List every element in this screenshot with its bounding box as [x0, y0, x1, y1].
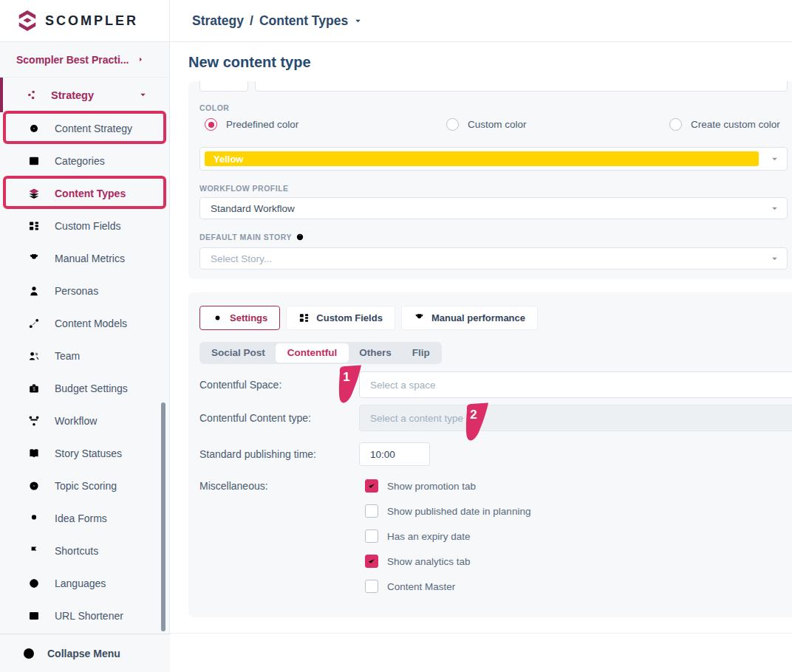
sidebar-scrollbar[interactable] — [161, 402, 165, 631]
sidebar-item-story-statuses[interactable]: Story Statuses — [0, 437, 169, 470]
workflow-profile-select[interactable]: Standard Workflow — [199, 197, 788, 219]
sidebar-item-label: Personas — [55, 285, 98, 297]
radio-predefined-color[interactable]: Predefined color — [205, 118, 298, 131]
contentful-space-input[interactable]: Select a space — [359, 371, 792, 398]
window-icon — [28, 610, 40, 622]
sidebar-item-languages[interactable]: Languages — [0, 567, 169, 600]
settings-tab-buttons: SettingsCustom FieldsManual performance — [199, 306, 538, 330]
breadcrumb-caret-icon[interactable] — [354, 17, 362, 25]
color-radio-group: Predefined colorCustom colorCreate custo… — [188, 118, 792, 134]
nodes-icon — [28, 318, 40, 329]
chevron-down-icon — [139, 91, 147, 99]
sidebar-item-budget-settings[interactable]: Budget Settings — [0, 372, 169, 405]
partial-input-small[interactable] — [199, 81, 248, 92]
sidebar-item-label: Topic Scoring — [55, 480, 117, 492]
checkbox-show-analytics-tab[interactable]: Show analytics tab — [365, 554, 530, 569]
person-icon — [28, 285, 40, 297]
unchecked-checkbox-icon — [365, 580, 378, 593]
collapse-menu-button[interactable]: Collapse Menu — [0, 634, 170, 672]
sidebar-item-label: Content Types — [55, 188, 126, 199]
checkbox-label: Has an expiry date — [387, 531, 471, 542]
workspace-switcher[interactable]: Scompler Best Practi... — [0, 42, 169, 78]
color-select-value: Yellow — [205, 151, 759, 166]
chevron-down-icon — [771, 205, 779, 213]
breadcrumb-parent[interactable]: Strategy — [192, 13, 244, 29]
sidebar-item-label: Story Statuses — [55, 448, 122, 459]
default-main-story-text: DEFAULT MAIN STORY — [199, 233, 292, 241]
sidebar-item-categories[interactable]: Categories — [0, 145, 169, 177]
publish-time-label: Standard publishing time: — [199, 442, 316, 466]
checkbox-label: Show analytics tab — [387, 556, 471, 567]
table-icon — [28, 155, 40, 167]
miscellaneous-checkbox-list: Show promotion tabShow published date in… — [365, 479, 530, 604]
breadcrumb-separator: / — [250, 13, 253, 29]
sidebar-nav: Content StrategyCategoriesContent TypesC… — [0, 112, 169, 632]
tab-button-label: Settings — [230, 312, 267, 323]
sidebar-section-strategy[interactable]: Strategy — [0, 78, 169, 112]
workflow-profile-value: Standard Workflow — [211, 203, 295, 214]
topbar: Strategy / Content Types — [170, 0, 792, 42]
main-story-select[interactable]: Select Story... — [199, 247, 788, 270]
trophy-icon — [414, 312, 425, 323]
titlebar: New content type — [170, 43, 792, 81]
checkbox-label: Content Master — [387, 581, 455, 592]
sidebar-item-label: Manual Metrics — [55, 253, 125, 264]
subtab-contentful[interactable]: Contentful — [276, 343, 349, 363]
sidebar-item-shortcuts[interactable]: Shortcuts — [0, 535, 169, 567]
people-icon — [28, 350, 40, 362]
section-label: Strategy — [51, 89, 94, 101]
sidebar-item-workflow[interactable]: Workflow — [0, 405, 169, 437]
checkbox-content-master[interactable]: Content Master — [365, 579, 530, 594]
contentful-content-type-input[interactable]: Select a content type — [359, 405, 792, 431]
info-icon[interactable] — [296, 233, 304, 241]
radio-custom-color[interactable]: Custom color — [446, 118, 527, 131]
publish-time-input[interactable]: 10:00 — [359, 442, 430, 466]
default-main-story-label: DEFAULT MAIN STORY — [199, 233, 304, 241]
footer-divider — [170, 633, 792, 634]
radio-create-custom-color[interactable]: Create custom color — [669, 118, 780, 131]
sidebar-item-content-strategy[interactable]: Content Strategy — [0, 112, 169, 145]
subtab-others[interactable]: Others — [349, 343, 402, 363]
checkbox-show-published-date-in-planning[interactable]: Show published date in planning — [365, 504, 530, 518]
gauge-icon — [28, 480, 40, 492]
breadcrumb-current[interactable]: Content Types — [259, 13, 348, 29]
brand-name: SCOMPLER — [45, 13, 138, 29]
sidebar-item-team[interactable]: Team — [0, 340, 169, 372]
workspace-label: Scompler Best Practi... — [16, 54, 129, 66]
channel-subtabs: Social PostContentfulOthersFlip — [199, 342, 442, 364]
subtab-flip[interactable]: Flip — [402, 343, 440, 363]
contentful-content-type-placeholder: Select a content type — [370, 413, 463, 424]
check-icon — [367, 557, 376, 566]
color-section-label: COLOR — [199, 103, 229, 112]
general-settings-card: COLOR Predefined colorCustom colorCreate… — [188, 81, 792, 279]
trophy-icon — [28, 253, 40, 264]
sidebar-item-personas[interactable]: Personas — [0, 275, 169, 307]
sidebar-item-manual-metrics[interactable]: Manual Metrics — [0, 242, 169, 275]
sidebar-item-content-types[interactable]: Content Types — [0, 177, 169, 210]
radio-circle-icon — [446, 118, 459, 131]
checkbox-label: Show published date in planning — [387, 506, 530, 517]
checkbox-show-promotion-tab[interactable]: Show promotion tab — [365, 479, 530, 493]
radio-circle-icon — [205, 118, 217, 131]
radio-label: Custom color — [468, 119, 527, 130]
sidebar-item-label: Content Models — [55, 318, 127, 329]
partial-input-wide[interactable] — [255, 81, 788, 92]
tab-button-manual-performance[interactable]: Manual performance — [401, 306, 538, 330]
sidebar-item-label: Custom Fields — [55, 220, 120, 232]
bulb-icon — [28, 512, 40, 524]
grid-icon — [28, 220, 40, 232]
sidebar-item-custom-fields[interactable]: Custom Fields — [0, 210, 169, 242]
sidebar-item-label: Categories — [55, 155, 105, 167]
sidebar-item-url-shortener[interactable]: URL Shortener — [0, 600, 169, 632]
subtab-social-post[interactable]: Social Post — [201, 343, 276, 363]
sidebar-item-topic-scoring[interactable]: Topic Scoring — [0, 470, 169, 502]
color-select[interactable]: Yellow — [199, 147, 788, 171]
sidebar: SCOMPLER Scompler Best Practi... Strateg… — [0, 0, 170, 672]
tab-button-custom-fields[interactable]: Custom Fields — [286, 306, 395, 330]
grid-icon — [298, 312, 310, 323]
checkbox-has-an-expiry-date[interactable]: Has an expiry date — [365, 529, 530, 544]
sidebar-item-idea-forms[interactable]: Idea Forms — [0, 502, 169, 535]
radio-circle-icon — [669, 118, 682, 131]
tab-button-settings[interactable]: Settings — [199, 306, 280, 330]
sidebar-item-content-models[interactable]: Content Models — [0, 307, 169, 340]
